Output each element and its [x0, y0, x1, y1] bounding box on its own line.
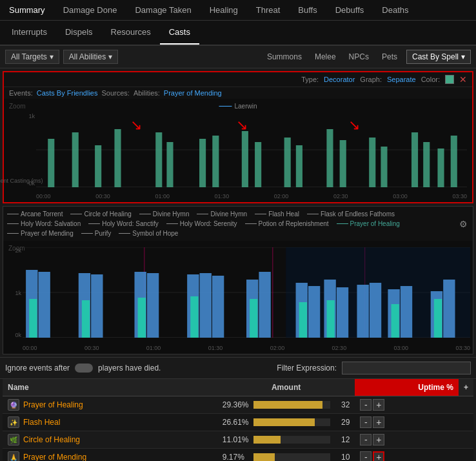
nav-buffs[interactable]: Buffs	[289, 0, 326, 20]
svg-rect-17	[381, 147, 387, 187]
spell-icon: ✨	[8, 416, 19, 428]
percent-text: 29.36%	[223, 400, 250, 409]
minus-button[interactable]: -	[360, 416, 372, 428]
svg-rect-45	[370, 283, 381, 338]
col-amount-header: Amount	[217, 379, 355, 396]
table-row-amount: 26.61% 29	[217, 414, 355, 431]
legend-purify: Purify	[81, 230, 112, 237]
top-navigation: Summary Damage Done Damage Taken Healing…	[0, 0, 476, 21]
table-row: 🌿 Circle of Healing	[3, 431, 217, 449]
spell-icon: 🙏	[8, 451, 19, 461]
svg-rect-9	[212, 136, 219, 187]
subnav-resources[interactable]: Resources	[102, 21, 160, 45]
table-row: 🔮 Prayer of Healing	[3, 396, 217, 414]
uptime-number-right: 29	[334, 418, 350, 427]
percent-text: 11.01%	[223, 435, 250, 444]
spell-name-text: Prayer of Mending	[23, 453, 86, 461]
cast-by-spell-button[interactable]: Cast By Spell ▾	[406, 50, 471, 64]
x-tick2: 01:00	[146, 345, 161, 351]
col-uptime-header: Uptime %	[355, 379, 459, 396]
chart2-container: Arcane Torrent Circle of Healing Divine …	[3, 206, 473, 354]
svg-rect-54	[250, 299, 257, 338]
summons-link[interactable]: Summons	[263, 51, 306, 63]
spell-name-text: Flash Heal	[23, 418, 60, 427]
svg-rect-10	[242, 131, 248, 187]
chevron-down-icon: ▾	[50, 52, 54, 61]
legend-symbol-hope: Symbol of Hope	[119, 230, 178, 237]
npcs-link[interactable]: NPCs	[345, 51, 373, 63]
nav-damage-done[interactable]: Damage Done	[54, 0, 126, 20]
players-died-label: players have died.	[98, 364, 161, 373]
chevron-down-icon: ▾	[108, 52, 112, 61]
svg-rect-4	[95, 145, 101, 187]
graph-label: Graph:	[360, 76, 382, 83]
plus-button[interactable]: +	[373, 399, 384, 411]
legend-divine-hymn1: Divine Hymn	[139, 210, 190, 218]
chart1-container: Type: Decorator Graph: Separate Color: ✕…	[3, 71, 473, 203]
nav-debuffs[interactable]: Debuffs	[326, 0, 373, 20]
svg-rect-19	[423, 142, 430, 187]
plus-button[interactable]: +	[373, 434, 384, 446]
svg-rect-51	[82, 300, 90, 338]
x-tick2: 02:00	[270, 345, 285, 351]
subnav-casts[interactable]: Casts	[160, 21, 199, 45]
sources-label: Sources:	[101, 89, 129, 97]
melee-link[interactable]: Melee	[311, 51, 340, 63]
filter-bar: All Targets ▾ All Abilities ▾ Summons Me…	[0, 46, 476, 68]
bar-background	[253, 401, 331, 409]
pets-link[interactable]: Pets	[378, 51, 401, 63]
x-tick: 01:00	[155, 193, 170, 200]
legend-divine-hymn2: Divine Hymn	[197, 210, 247, 218]
all-abilities-dropdown[interactable]: All Abilities ▾	[63, 50, 118, 64]
sub-navigation: Interrupts Dispels Resources Casts	[0, 21, 476, 46]
filter-expression-input[interactable]	[342, 362, 471, 374]
percent-text: 26.61%	[223, 418, 250, 427]
subnav-dispels[interactable]: Dispels	[56, 21, 102, 45]
bottom-controls: Ignore events after players have died. F…	[0, 357, 476, 379]
svg-rect-56	[327, 300, 335, 338]
ignore-toggle[interactable]	[75, 364, 93, 373]
uptime-number-right: 32	[334, 400, 350, 409]
spell-icon: 🌿	[8, 434, 19, 446]
svg-rect-35	[200, 273, 212, 338]
table-row-amount: 9.17% 10	[217, 449, 355, 462]
filter-expression-label: Filter Expression:	[277, 364, 337, 373]
x-tick: 00:30	[95, 193, 110, 200]
all-targets-dropdown[interactable]: All Targets ▾	[5, 50, 59, 64]
svg-rect-15	[340, 140, 346, 187]
minus-button[interactable]: -	[360, 434, 372, 446]
close-icon[interactable]: ✕	[459, 74, 467, 85]
table-row-uptime: - +	[355, 414, 459, 431]
svg-rect-12	[284, 138, 291, 187]
table-row-uptime: - +	[355, 396, 459, 414]
subnav-interrupts[interactable]: Interrupts	[3, 21, 56, 45]
nav-threat[interactable]: Threat	[247, 0, 290, 20]
bar-fill	[253, 418, 315, 426]
nav-deaths[interactable]: Deaths	[373, 0, 417, 20]
table-row-amount: 11.01% 12	[217, 431, 355, 449]
plus-button[interactable]: +	[373, 451, 384, 461]
color-label: Color:	[421, 76, 440, 83]
svg-rect-52	[138, 298, 146, 338]
chart2-settings-button[interactable]: ⚙	[458, 218, 469, 230]
svg-rect-16	[369, 138, 375, 187]
table-row-plus	[459, 414, 473, 431]
bar-background	[253, 453, 331, 461]
minus-button[interactable]: -	[360, 399, 372, 411]
y-tick: 0k	[28, 180, 35, 187]
minus-button[interactable]: -	[360, 451, 372, 461]
nav-damage-taken[interactable]: Damage Taken	[126, 0, 200, 20]
svg-rect-18	[412, 132, 418, 187]
legend-prayer-healing: Prayer of Healing	[337, 220, 400, 227]
nav-summary[interactable]: Summary	[0, 0, 54, 20]
legend-flask: Flask of Endless Fathoms	[307, 210, 395, 218]
table-row-plus	[459, 449, 473, 462]
x-tick: 03:30	[452, 193, 467, 200]
plus-button[interactable]: +	[373, 416, 384, 428]
percent-text: 9.17%	[223, 453, 250, 461]
nav-healing[interactable]: Healing	[201, 0, 247, 20]
x-tick: 00:00	[36, 193, 51, 200]
chart1-svg	[36, 113, 467, 187]
player-name-label: Laerwin	[234, 103, 257, 110]
svg-rect-57	[392, 304, 399, 338]
